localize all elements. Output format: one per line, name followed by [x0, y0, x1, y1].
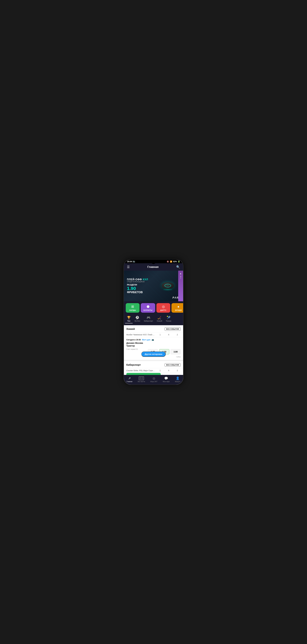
hockey-icon: 🏒	[157, 316, 161, 320]
sport-nav-football[interactable]: ⚽ Футбол	[133, 314, 142, 324]
bottom-nav-bets[interactable]: 💬 Мои пари	[163, 376, 170, 382]
esport-all-events-btn[interactable]: ВСЕ СОБЫТИЯ	[165, 363, 181, 366]
home-nav-icon: ↗	[128, 376, 131, 380]
top-icon: 🏆	[127, 316, 131, 320]
hockey-match-block: Сегодня в 19:30 Матч дня 📺 Динамо Москва…	[124, 337, 183, 360]
account-nav-icon: 👤	[176, 376, 180, 380]
top-label: Топ	[127, 320, 130, 322]
bets-nav-icon: 💬	[164, 376, 168, 380]
status-right: 🔇 📶 62% 🔋	[167, 260, 180, 263]
status-photo-icon: 📷	[133, 260, 135, 263]
match-team2: Трактор	[126, 344, 181, 347]
tooltip-btn[interactable]: Другие котировки	[141, 352, 166, 357]
hockey-all-events-btn[interactable]: ВСЕ СОБЫТИЯ	[165, 327, 181, 331]
sport-nav-esport[interactable]: 🎮 Киберспорт	[142, 314, 155, 324]
football-icon: ⚽	[135, 316, 139, 320]
phone-screen: 19:04 📷 🔇 📶 62% 🔋 ☰ Главная 🔍 ПЛЕЙ-ОФФ К…	[124, 260, 183, 384]
esport-league-name: Counter-Strike. PGL Major Copen...	[126, 370, 155, 372]
wifi-icon: 📶	[170, 260, 172, 263]
darts-label: ДАРТС	[160, 309, 166, 311]
phone-frame: 19:04 📷 🔇 📶 62% 🔋 ☰ Главная 🔍 ПЛЕЙ-ОФФ К…	[124, 259, 183, 385]
sport-categories: ⊞ НАРДЫ ⬟ БУЛЛИТЫ ◎ ДАРТС ♠ БРИДЖ	[124, 301, 183, 314]
match-day-badge: Матч дня	[142, 339, 150, 341]
banner-playoff: ПЛЕЙ-ОФФ КХЛ	[127, 278, 148, 281]
bully-label: БУЛЛИТЫ	[144, 309, 152, 311]
hockey-section: Хоккей ВСЕ СОБЫТИЯ Фонбет Чемпионат КХЛ.…	[124, 325, 183, 360]
bully-icon: ⬟	[147, 305, 150, 309]
banner[interactable]: ПЛЕЙ-ОФФ КХЛ СРЕДИ БОЛЕЛЬЩИКОВ РАЗДЕЛИ 1…	[124, 271, 183, 301]
sport-nav: 🏆 Топ ⚽ Футбол 🎮 Киберспорт 🏒 Хоккей 🎾 Т…	[124, 314, 183, 325]
puck-arrow: →	[167, 284, 169, 287]
esport-league-row: Counter-Strike. PGL Major Copen... 1 X 2	[124, 368, 183, 373]
match-team1: Динамо Москва	[126, 342, 181, 344]
hockey-col1: 1	[157, 334, 163, 336]
games-nav-icon: ◎	[153, 376, 155, 380]
match-time: Сегодня в 19:30	[126, 339, 141, 341]
sport-cat-darts[interactable]: ◎ ДАРТС	[156, 303, 170, 313]
sport-cat-bully[interactable]: ⬟ БУЛЛИТЫ	[141, 303, 155, 313]
esport-col1: 1	[157, 370, 163, 372]
hockey-colx: X	[165, 334, 172, 336]
search-icon[interactable]: 🔍	[176, 265, 180, 269]
games-nav-label: Игры 24/7	[150, 381, 157, 382]
sport-nav-top[interactable]: 🏆 Топ	[125, 314, 133, 324]
matches-nav-icon: 0:0	[139, 376, 144, 380]
bridge-label: БРИДЖ	[175, 309, 182, 311]
match-time-row: Сегодня в 19:30 Матч дня 📺	[126, 339, 181, 341]
sport-cat-nardy[interactable]: ⊞ НАРДЫ	[126, 303, 140, 313]
home-nav-label: Главная	[127, 381, 132, 382]
puck: →	[162, 282, 174, 289]
status-time: 19:04	[127, 260, 132, 263]
darts-icon: ◎	[162, 305, 165, 309]
account-nav-label: Аккаунт	[175, 381, 180, 382]
hockey-odds-headers: 1 X 2	[157, 334, 181, 336]
bottom-nav-games[interactable]: ◎ Игры 24/7	[150, 376, 157, 382]
nardy-icon: ⊞	[131, 305, 134, 309]
tooltip-container: Другие котировки	[126, 350, 181, 358]
match-series: Счёт серии 0:1	[126, 348, 138, 350]
hockey-section-title: Хоккей	[126, 328, 135, 330]
esport-icon: 🎮	[147, 316, 150, 320]
status-bar: 19:04 📷 🔇 📶 62% 🔋	[124, 260, 183, 263]
matches-nav-label: Все матчи	[138, 381, 145, 382]
bets-nav-label: Мои пари	[163, 381, 170, 382]
banner-khl: КХЛ	[143, 278, 148, 281]
sport-nav-hockey[interactable]: 🏒 Хоккей	[155, 314, 164, 324]
sport-nav-tennis[interactable]: 🎾 Теннис	[164, 314, 173, 324]
mute-icon: 🔇	[167, 260, 169, 263]
hockey-league-name: Фонбет Чемпионат КХЛ. Плей-о...	[126, 334, 155, 336]
bottom-nav: ↗ Главная 0:0 Все матчи ◎ Игры 24/7 💬 Мо…	[124, 375, 183, 384]
esport-label: Киберспорт	[144, 320, 153, 322]
battery-icon: 🔋	[178, 260, 180, 263]
puck-container: →	[162, 282, 174, 289]
banner-content: ПЛЕЙ-ОФФ КХЛ СРЕДИ БОЛЕЛЬЩИКОВ РАЗДЕЛИ 1…	[124, 276, 183, 296]
bottom-nav-account[interactable]: 👤 Аккаунт	[175, 376, 180, 382]
banner-freebet: ФРИБЕТОВ	[127, 291, 180, 294]
bottom-nav-home[interactable]: ↗ Главная	[127, 376, 132, 382]
esport-colx: X	[165, 370, 172, 372]
tennis-label: Теннис	[166, 320, 171, 322]
hockey-league-row: Фонбет Чемпионат КХЛ. Плей-о... 1 X 2	[124, 332, 183, 337]
esport-section-header: Киберспорт ВСЕ СОБЫТИЯ	[124, 361, 183, 368]
page-title: Главная	[147, 266, 159, 269]
bottom-nav-matches[interactable]: 0:0 Все матчи	[138, 376, 145, 382]
notch	[151, 260, 156, 264]
hockey-section-header: Хоккей ВСЕ СОБЫТИЯ	[124, 325, 183, 332]
esport-col2: 2	[174, 370, 181, 372]
hockey-col2: 2	[174, 334, 181, 336]
esport-odds-headers: 1 X 2	[157, 370, 181, 372]
hockey-label: Хоккей	[157, 320, 162, 322]
bridge-icon: ♠	[178, 305, 179, 309]
status-left: 19:04 📷	[127, 260, 135, 263]
nardy-label: НАРДЫ	[129, 309, 136, 311]
football-label: Футбол	[134, 320, 140, 322]
puck-glow	[163, 289, 172, 290]
puck-ring: →	[165, 284, 171, 287]
match-teams: Динамо Москва Трактор	[126, 342, 181, 347]
stream-icon: 📺	[152, 339, 154, 341]
esport-section-title: Киберспорт	[126, 364, 141, 366]
sport-cat-bridge[interactable]: ♠ БРИДЖ	[171, 303, 183, 313]
battery-text: 62%	[173, 260, 177, 263]
hamburger-icon[interactable]: ☰	[127, 265, 130, 269]
top-nav: ☰ Главная 🔍	[124, 263, 183, 271]
